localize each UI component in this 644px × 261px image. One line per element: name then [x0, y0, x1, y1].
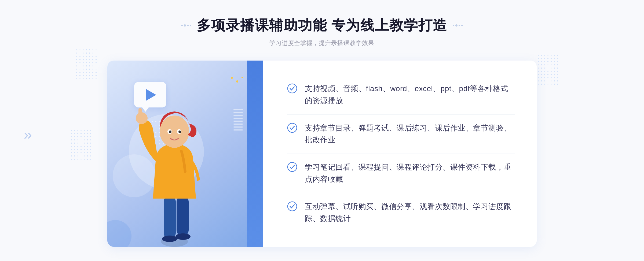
stripe-decoration	[233, 109, 243, 130]
svg-point-14	[288, 123, 297, 132]
feature-text-1: 支持视频、音频、flash、word、excel、ppt、pdf等各种格式的资源…	[305, 83, 515, 107]
decorator-dots-right	[453, 24, 463, 27]
dots-decoration-left-top	[75, 48, 97, 80]
check-icon-2	[287, 123, 297, 133]
check-icon-1	[287, 83, 297, 94]
feature-text-4: 互动弹幕、试听购买、微信分享、观看次数限制、学习进度跟踪、数据统计	[305, 201, 515, 225]
page-container: 多项录播课辅助功能 专为线上教学打造 学习进度全掌握，提升录播课教学效果	[0, 0, 644, 261]
check-icon-4	[287, 201, 297, 211]
left-chevron-decoration: »	[24, 125, 30, 143]
svg-rect-2	[177, 196, 189, 236]
subtitle: 学习进度全掌握，提升录播课教学效果	[181, 39, 463, 47]
blue-stripe	[247, 61, 263, 247]
bottom-left-circle	[107, 220, 131, 247]
dot-2	[184, 24, 186, 27]
feature-item-1: 支持视频、音频、flash、word、excel、ppt、pdf等各种格式的资源…	[287, 75, 515, 115]
check-icon-3	[287, 162, 297, 172]
svg-point-16	[288, 202, 297, 211]
content-area: 支持视频、音频、flash、word、excel、ppt、pdf等各种格式的资源…	[107, 61, 537, 247]
flash-dot-2	[236, 80, 238, 83]
svg-point-15	[288, 162, 297, 171]
main-title: 多项录播课辅助功能 专为线上教学打造	[197, 16, 447, 35]
feature-text-2: 支持章节目录、弹题考试、课后练习、课后作业、章节测验、批改作业	[305, 122, 515, 146]
flash-dot-3	[241, 77, 243, 78]
header-decorators: 多项录播课辅助功能 专为线上教学打造	[181, 16, 463, 35]
features-panel: 支持视频、音频、flash、word、excel、ppt、pdf等各种格式的资源…	[263, 61, 537, 247]
flash-dot-1	[231, 77, 233, 79]
dot-4	[190, 25, 191, 26]
feature-item-3: 学习笔记回看、课程提问、课程评论打分、课件资料下载，重点内容收藏	[287, 154, 515, 193]
feature-item-2: 支持章节目录、弹题考试、课后练习、课后作业、章节测验、批改作业	[287, 115, 515, 154]
dots-decoration-left-bottom	[70, 129, 91, 161]
svg-rect-1	[164, 196, 176, 239]
dot-6	[455, 24, 458, 27]
svg-point-4	[175, 233, 191, 240]
svg-point-13	[288, 84, 297, 93]
dot-8	[461, 25, 463, 26]
feature-text-3: 学习笔记回看、课程提问、课程评论打分、课件资料下载，重点内容收藏	[305, 161, 515, 185]
dot-7	[459, 25, 460, 26]
chevron-icon: »	[24, 126, 30, 143]
header-section: 多项录播课辅助功能 专为线上教学打造 学习进度全掌握，提升录播课教学效果	[181, 16, 463, 47]
illustration-panel	[107, 61, 263, 247]
decorator-dots-left	[181, 24, 191, 27]
svg-rect-6	[138, 108, 142, 117]
svg-point-3	[162, 236, 177, 242]
svg-point-11	[169, 130, 171, 133]
svg-point-8	[160, 115, 189, 148]
dots-decoration-right-mid	[537, 54, 558, 86]
dot-3	[187, 25, 189, 26]
dot-1	[181, 25, 183, 26]
svg-point-12	[178, 130, 181, 133]
feature-item-4: 互动弹幕、试听购买、微信分享、观看次数限制、学习进度跟踪、数据统计	[287, 193, 515, 232]
person-illustration	[129, 97, 220, 247]
dot-5	[453, 25, 454, 26]
